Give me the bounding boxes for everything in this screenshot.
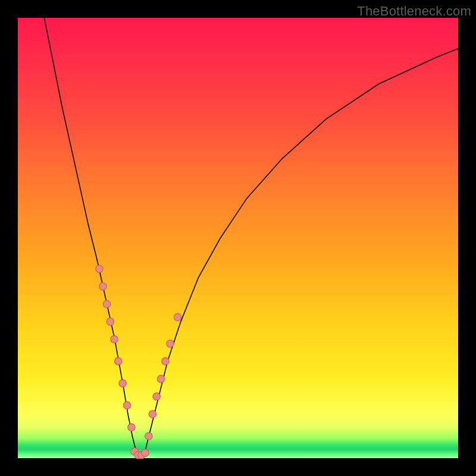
data-dot [107, 318, 114, 325]
data-dot [111, 336, 118, 343]
data-dot [103, 300, 110, 308]
data-dot [96, 265, 103, 273]
plot-area [18, 18, 458, 458]
data-dot [99, 283, 107, 290]
data-dot [145, 433, 152, 440]
dot-group [96, 265, 181, 459]
data-dot [128, 424, 135, 431]
data-dot [142, 449, 149, 456]
data-dot [119, 380, 126, 387]
data-dot [149, 411, 156, 418]
data-dot [157, 375, 164, 383]
data-dot [174, 314, 181, 321]
v-curve [44, 18, 458, 456]
data-dot [123, 402, 130, 409]
data-dot [167, 340, 174, 347]
watermark-text: TheBottleneck.com [357, 4, 471, 19]
data-dot [162, 358, 169, 365]
data-dot [153, 393, 160, 400]
data-dot [115, 358, 122, 365]
chart-frame: TheBottleneck.com [0, 0, 476, 476]
chart-svg [18, 18, 458, 458]
